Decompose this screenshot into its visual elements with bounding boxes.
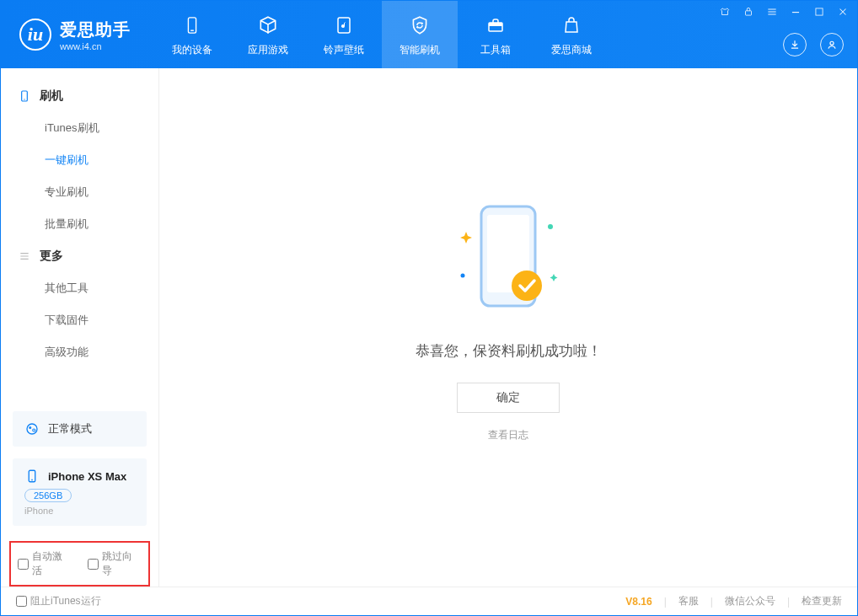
footer-link-support[interactable]: 客服 [678, 594, 699, 608]
tab-toolbox[interactable]: 工具箱 [458, 1, 534, 68]
sidebar: 刷机 iTunes刷机 一键刷机 专业刷机 批量刷机 更多 其他工具 下载固件 … [1, 68, 159, 587]
app-logo: iu 爱思助手 www.i4.cn [19, 19, 131, 51]
footer-link-update[interactable]: 检查更新 [802, 594, 842, 608]
header: iu 爱思助手 www.i4.cn 我的设备 应用游戏 铃声壁纸 智能刷机 [1, 1, 857, 68]
close-icon[interactable] [837, 6, 849, 18]
svg-point-10 [29, 426, 31, 429]
device-icon [180, 13, 205, 38]
bag-icon [559, 13, 584, 38]
sidebar-item-advanced[interactable]: 高级功能 [1, 336, 158, 368]
menu-icon[interactable] [766, 6, 778, 18]
svg-point-5 [830, 41, 834, 45]
highlighted-options: 自动激活 跳过向导 [9, 541, 150, 587]
footer-link-wechat[interactable]: 微信公众号 [725, 594, 775, 608]
logo-text: 爱思助手 www.i4.cn [60, 19, 131, 51]
device-card[interactable]: iPhone XS Max 256GB iPhone [13, 458, 147, 526]
shirt-icon[interactable] [719, 6, 731, 18]
sidebar-group-more: 更多 [1, 240, 158, 272]
svg-rect-4 [489, 23, 502, 26]
ok-button[interactable]: 确定 [457, 383, 560, 413]
checkbox-auto-activate[interactable]: 自动激活 [18, 549, 72, 578]
svg-point-17 [461, 274, 465, 278]
checkbox-block-itunes[interactable]: 阻止iTunes运行 [16, 594, 101, 608]
list-icon [18, 249, 31, 263]
svg-rect-6 [746, 11, 752, 15]
device-capacity: 256GB [24, 489, 72, 502]
svg-point-15 [512, 271, 542, 301]
phone-icon [18, 89, 31, 103]
main-area: 恭喜您，保资料刷机成功啦！ 确定 查看日志 [159, 68, 857, 587]
header-right [783, 33, 844, 56]
download-button[interactable] [783, 33, 807, 56]
svg-point-11 [33, 429, 35, 431]
tab-flash[interactable]: 智能刷机 [382, 1, 458, 68]
footer: 阻止iTunes运行 V8.16 | 客服 | 微信公众号 | 检查更新 [1, 587, 857, 615]
svg-point-9 [27, 424, 37, 434]
cube-icon [255, 13, 281, 38]
window-controls [719, 6, 849, 18]
svg-rect-7 [816, 8, 823, 15]
user-button[interactable] [820, 33, 844, 56]
svg-rect-1 [190, 29, 194, 30]
body: 刷机 iTunes刷机 一键刷机 专业刷机 批量刷机 更多 其他工具 下载固件 … [1, 68, 857, 587]
tab-store[interactable]: 爱思商城 [534, 1, 609, 68]
device-icon [24, 469, 40, 484]
app-name: 爱思助手 [60, 19, 131, 41]
device-name: iPhone XS Max [48, 470, 126, 483]
svg-point-16 [548, 224, 553, 229]
sidebar-item-other-tools[interactable]: 其他工具 [1, 272, 158, 304]
version-label: V8.16 [625, 596, 652, 608]
sidebar-item-itunes-flash[interactable]: iTunes刷机 [1, 112, 158, 144]
tab-apps[interactable]: 应用游戏 [230, 1, 306, 68]
minimize-icon[interactable] [790, 6, 802, 18]
view-log-link[interactable]: 查看日志 [488, 428, 528, 442]
mode-card[interactable]: 正常模式 [13, 411, 147, 447]
music-icon [331, 13, 357, 38]
lock-icon[interactable] [743, 6, 754, 18]
sidebar-item-download-fw[interactable]: 下载固件 [1, 304, 158, 336]
sidebar-group-flash: 刷机 [1, 80, 158, 112]
header-tabs: 我的设备 应用游戏 铃声壁纸 智能刷机 工具箱 爱思商城 [154, 1, 609, 68]
logo-icon: iu [19, 19, 51, 51]
refresh-shield-icon [407, 13, 432, 38]
mode-icon [24, 421, 40, 437]
success-illustration [441, 191, 576, 326]
device-type: iPhone [24, 506, 135, 516]
sidebar-item-oneclick-flash[interactable]: 一键刷机 [1, 144, 158, 176]
result-panel: 恭喜您，保资料刷机成功啦！ 确定 查看日志 [340, 191, 677, 442]
checkbox-skip-guide[interactable]: 跳过向导 [88, 549, 142, 578]
tab-my-device[interactable]: 我的设备 [154, 1, 230, 68]
app-window: iu 爱思助手 www.i4.cn 我的设备 应用游戏 铃声壁纸 智能刷机 [0, 0, 858, 616]
tab-ringtones[interactable]: 铃声壁纸 [306, 1, 382, 68]
app-url: www.i4.cn [60, 41, 131, 51]
toolbox-icon [483, 13, 508, 38]
maximize-icon[interactable] [813, 6, 825, 18]
success-message: 恭喜您，保资料刷机成功啦！ [340, 341, 677, 361]
sidebar-item-batch-flash[interactable]: 批量刷机 [1, 208, 158, 240]
sidebar-item-pro-flash[interactable]: 专业刷机 [1, 176, 158, 208]
